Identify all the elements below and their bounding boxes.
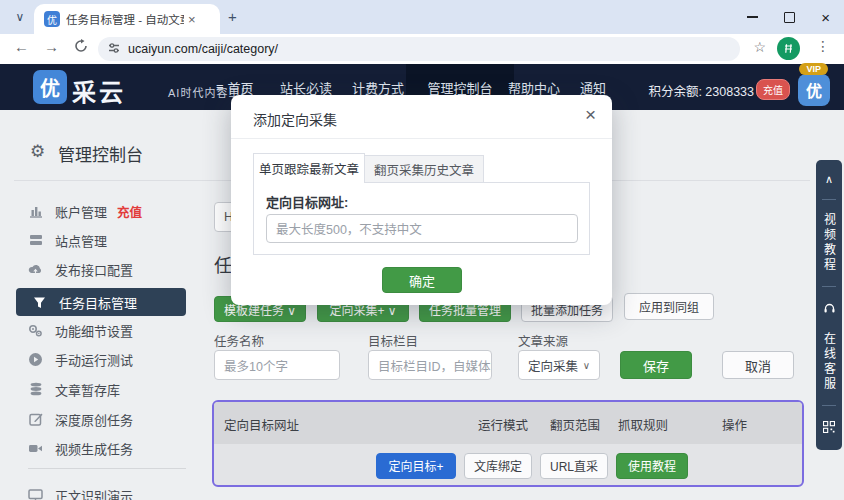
sidebar-item-label: 站点管理 [55,231,107,250]
modal-title-divider [231,138,612,139]
sidebar-item-feature-settings[interactable]: 功能细节设置 [28,320,133,340]
add-target-button[interactable]: 定向目标+ [376,453,456,479]
sidebar-item-account[interactable]: 账户管理 充值 [28,201,142,221]
chevron-down-icon: ∨ [583,360,590,371]
nav-item-label: 管理控制台 [427,78,492,97]
nav-item-label: 通知 [580,78,606,97]
app-window: ∨ 优 任务目标管理 - 自动文章采集 × + × ← → ucaiyun.co… [0,0,844,500]
sidebar-item-manual-test[interactable]: 手动运行测试 [28,349,133,369]
url-text: ucaiyun.com/caiji/category/ [128,42,278,56]
forward-icon[interactable]: → [44,38,59,55]
site-favicon-icon: 优 [44,11,60,27]
floating-side-widget: ∧ 视频教程 在线客服 [816,160,842,450]
task-name-label: 任务名称 [214,331,264,350]
gears-icon [28,323,43,338]
site-settings-icon[interactable] [108,40,120,58]
qr-code-icon[interactable] [823,419,835,437]
site-list-icon [28,233,43,248]
tab-search-chevron-icon[interactable]: ∨ [10,7,30,27]
sidebar-item-sites[interactable]: 站点管理 [28,230,107,250]
sidebar-item-publish-api[interactable]: 发布接口配置 [28,259,133,279]
tab-paged-history[interactable]: 翻页采集历史文章 [364,155,484,183]
col-target-url: 定向目标网址 [224,415,299,434]
minimize-icon[interactable] [747,16,758,18]
task-name-placeholder: 最多10个字 [224,356,288,375]
col-actions: 操作 [722,415,747,434]
col-crawl-rules: 抓取规则 [618,415,668,434]
target-column-placeholder: 目标栏目ID，自媒体随 [378,356,492,375]
recharge-badge[interactable]: 充值 [756,79,790,100]
library-bind-button[interactable]: 文库绑定 [464,453,532,479]
widget-divider [822,199,836,200]
widget-divider [822,405,836,406]
sidebar-item-article-store[interactable]: 文章暂存库 [28,379,120,399]
nav-item-label: 站长必读 [280,78,332,97]
tab-title: 任务目标管理 - 自动文章采集 [66,11,184,27]
sidebar-item-label: 视频生成任务 [55,439,133,458]
reload-icon[interactable] [74,39,88,57]
logo-text[interactable]: 采云 [72,73,126,108]
browser-menu-icon[interactable]: ⋮ [816,38,830,54]
nav-item-label: 首页 [228,78,254,97]
new-tab-button[interactable]: + [228,8,237,25]
widget-divider [822,286,836,287]
target-column-label: 目标栏目 [368,331,418,350]
maximize-icon[interactable] [784,12,795,23]
tab-single-page-latest[interactable]: 单页跟踪最新文章 [253,153,365,183]
confirm-button[interactable]: 确定 [382,267,462,293]
hamburger-icon: ≡ [216,80,224,95]
target-column-input[interactable]: 目标栏目ID，自媒体随 [368,350,492,380]
apply-to-group-button[interactable]: 应用到同组 [624,293,714,320]
article-source-value: 定向采集 [528,356,578,375]
sidebar-item-label: 功能细节设置 [55,321,133,340]
online-service-link[interactable]: 在线客服 [821,332,838,392]
url-direct-button[interactable]: URL直采 [540,453,608,479]
modal-title: 添加定向采集 [253,109,337,129]
target-url-input[interactable]: 最大长度500，不支持中文 [266,214,578,243]
tab-close-icon[interactable]: × [188,12,196,27]
sidebar-item-task-targets[interactable]: 任务目标管理 [16,288,186,316]
headset-icon[interactable] [823,301,836,319]
points-balance: 积分余额: 2308333 [648,81,754,100]
tutorial-button[interactable]: 使用教程 [616,453,688,479]
modal-tab-panel: 定向目标网址: 最大长度500，不支持中文 [253,182,590,255]
cancel-button[interactable]: 取消 [722,351,794,379]
video-camera-icon [28,441,43,456]
sidebar-item-deep-original[interactable]: 深度原创任务 [28,409,133,429]
logo-icon[interactable]: 优 [33,70,67,104]
col-run-mode: 运行模式 [478,415,528,434]
table-header-row: 定向目标网址 运行模式 翻页范围 抓取规则 操作 [214,402,802,444]
article-source-label: 文章来源 [518,331,568,350]
vip-badge: VIP [799,63,828,75]
browser-tab[interactable]: 优 任务目标管理 - 自动文章采集 × [34,4,220,34]
video-tutorial-link[interactable]: 视频教程 [821,213,838,273]
sidebar-item-body-recognition[interactable]: 正文识别演示 [28,485,133,500]
monitor-icon [28,488,43,500]
scroll-top-icon[interactable]: ∧ [825,173,833,186]
sidebar-item-label: 任务目标管理 [59,293,137,312]
filter-icon [32,295,47,310]
task-name-input[interactable]: 最多10个字 [214,350,340,380]
cloud-upload-icon [28,262,43,277]
sidebar-recharge-badge[interactable]: 充值 [117,202,142,221]
user-avatar[interactable]: 优 [798,74,830,106]
sidebar-item-label: 深度原创任务 [55,410,133,429]
sidebar-item-label: 文章暂存库 [55,380,120,399]
bookmark-star-icon[interactable]: ☆ [753,39,766,55]
table-row: 定向目标+ 文库绑定 URL直采 使用教程 [214,444,802,487]
bar-chart-icon [28,204,43,219]
profile-avatar[interactable] [777,37,800,60]
window-close-icon[interactable]: × [821,10,830,25]
gear-icon: ⚙ [30,141,45,162]
sidebar-item-label: 账户管理 [55,202,107,221]
page-title: 管理控制台 [58,141,143,166]
save-button[interactable]: 保存 [620,351,692,379]
article-source-select[interactable]: 定向采集 ∨ [518,350,600,380]
add-targeted-collection-modal: 添加定向采集 × 单页跟踪最新文章 翻页采集历史文章 定向目标网址: 最大长度5… [231,95,612,305]
url-bar[interactable]: ucaiyun.com/caiji/category/ [98,37,740,61]
sidebar-divider [28,468,186,469]
window-controls: × [747,0,838,34]
back-icon[interactable]: ← [14,38,29,55]
modal-close-icon[interactable]: × [585,104,596,126]
sidebar-item-video-tasks[interactable]: 视频生成任务 [28,438,133,458]
